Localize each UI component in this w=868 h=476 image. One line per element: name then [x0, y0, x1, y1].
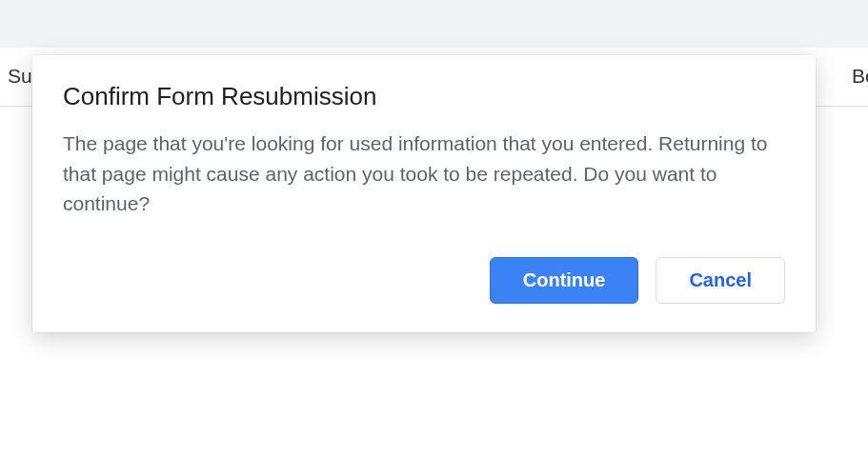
cancel-button[interactable]: Cancel [656, 257, 785, 304]
browser-top-band [0, 0, 868, 48]
nav-fragment-left: Su [8, 65, 32, 88]
dialog-action-row: Continue Cancel [63, 257, 785, 304]
nav-fragment-right: Boun [852, 65, 868, 88]
continue-button[interactable]: Continue [490, 257, 639, 304]
confirm-resubmission-dialog: Confirm Form Resubmission The page that … [32, 55, 816, 332]
dialog-body-text: The page that you're looking for used in… [63, 129, 785, 219]
dialog-title: Confirm Form Resubmission [63, 82, 785, 111]
